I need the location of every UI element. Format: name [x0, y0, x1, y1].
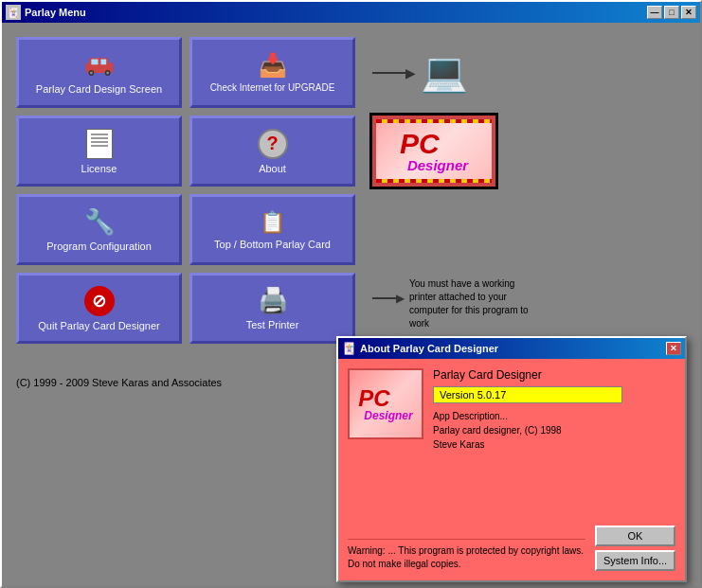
- check-upgrade-button[interactable]: 📥 Check Internet for UPGRADE: [189, 37, 355, 108]
- dialog-logo-text: PC Designer: [358, 387, 412, 421]
- dialog-desc-line2: Parlay card designer, (C) 1998: [433, 425, 562, 436]
- title-buttons: — □ ✕: [647, 6, 696, 19]
- dialog-content: PC Designer Parlay Card Designer Version…: [348, 368, 675, 452]
- printer-note-area: ▶ You must have a working printer attach…: [372, 273, 532, 330]
- minimize-button[interactable]: —: [647, 6, 662, 19]
- dialog-ok-button[interactable]: OK: [595, 526, 675, 546]
- program-config-button[interactable]: 🔧 Program Configuration: [16, 194, 182, 265]
- dialog-logo: PC Designer: [348, 368, 423, 439]
- dialog-title-text: About Parlay Card Designer: [360, 343, 498, 354]
- svg-rect-2: [91, 59, 98, 64]
- window-title: Parlay Menu: [25, 7, 86, 18]
- quit-label: Quit Parlay Card Designer: [38, 320, 159, 331]
- dialog-logo-pc: PC: [358, 387, 389, 410]
- license-label: License: [81, 163, 117, 174]
- dialog-title-bar: 🃏 About Parlay Card Designer ✕: [338, 338, 685, 359]
- svg-rect-3: [100, 59, 106, 64]
- no-sign-icon: ⊘: [84, 286, 115, 316]
- close-button[interactable]: ✕: [681, 6, 696, 19]
- upgrade-arrow-area: ▶ 💻: [372, 50, 468, 95]
- printer-icon: 🖨️: [258, 286, 288, 315]
- title-bar-left: 🃏 Parlay Menu: [6, 5, 86, 20]
- logo-text-container: PC Designer: [400, 130, 468, 172]
- download-icon: 📥: [259, 52, 287, 79]
- question-icon: ?: [258, 129, 288, 159]
- dialog-buttons: OK System Info...: [595, 526, 675, 571]
- dialog-logo-designer: Designer: [364, 410, 412, 421]
- svg-point-5: [89, 71, 92, 74]
- about-dialog: 🃏 About Parlay Card Designer ✕ PC Design…: [336, 336, 687, 582]
- dialog-bottom-row: Warning: ... This program is protected b…: [348, 521, 675, 571]
- gear-icon: 🔧: [84, 207, 115, 237]
- pc-designer-logo-area: PC Designer: [372, 116, 495, 187]
- dialog-description: App Description... Parlay card designer,…: [433, 409, 675, 452]
- arrow-container: ▶: [372, 65, 416, 80]
- checker-top: [376, 119, 492, 123]
- pc-designer-logo: PC Designer: [372, 116, 495, 187]
- checker-bottom: [376, 179, 492, 183]
- top-bottom-label: Top / Bottom Parlay Card: [214, 239, 331, 250]
- dialog-close-button[interactable]: ✕: [666, 342, 681, 355]
- window-icon: 🃏: [6, 5, 21, 20]
- cards-icon: 📋: [260, 210, 285, 235]
- about-label: About: [259, 163, 286, 174]
- car-icon: [82, 51, 117, 80]
- document-icon: [86, 129, 113, 159]
- printer-arrow-line: [372, 297, 396, 299]
- dialog-icon: 🃏: [342, 342, 356, 355]
- printer-arrow: ▶: [372, 292, 405, 305]
- quit-button[interactable]: ⊘ Quit Parlay Card Designer: [16, 273, 182, 344]
- dialog-body: PC Designer Parlay Card Designer Version…: [338, 359, 685, 580]
- arrow-head: ▶: [405, 65, 416, 80]
- logo-designer-text: Designer: [407, 158, 468, 172]
- dialog-desc-line3: Steve Karas: [433, 439, 484, 450]
- dialog-app-name: Parlay Card Designer: [433, 368, 675, 382]
- laptop-icon: 💻: [421, 50, 468, 95]
- dialog-sysinfo-button[interactable]: System Info...: [595, 550, 675, 571]
- arrow-line: [372, 72, 405, 74]
- dialog-desc-line1: App Description...: [433, 411, 508, 421]
- top-bottom-button[interactable]: 📋 Top / Bottom Parlay Card: [189, 194, 355, 265]
- dialog-info: Parlay Card Designer Version 5.0.17 App …: [433, 368, 675, 452]
- about-button[interactable]: ? About: [189, 116, 355, 187]
- test-printer-label: Test Printer: [246, 319, 299, 330]
- main-title-bar: 🃏 Parlay Menu — □ ✕: [2, 2, 700, 23]
- maximize-button[interactable]: □: [664, 6, 679, 19]
- dialog-version: Version 5.0.17: [433, 386, 622, 403]
- check-upgrade-label: Check Internet for UPGRADE: [210, 82, 335, 93]
- svg-point-7: [106, 71, 109, 74]
- dialog-title-left: 🃏 About Parlay Card Designer: [342, 342, 498, 355]
- program-config-label: Program Configuration: [46, 241, 152, 252]
- printer-arrow-head: ▶: [396, 292, 405, 305]
- license-button[interactable]: License: [16, 116, 182, 187]
- printer-note: You must have a working printer attached…: [409, 277, 532, 330]
- dialog-warning: Warning: ... This program is protected b…: [348, 539, 585, 571]
- parlay-card-design-label: Parlay Card Design Screen: [36, 83, 162, 95]
- logo-pc-text: PC: [400, 130, 440, 158]
- test-printer-button[interactable]: 🖨️ Test Printer: [189, 273, 355, 344]
- parlay-card-design-button[interactable]: Parlay Card Design Screen: [16, 37, 182, 108]
- copyright-text: (C) 1999 - 2009 Steve Karas and Associat…: [16, 377, 222, 388]
